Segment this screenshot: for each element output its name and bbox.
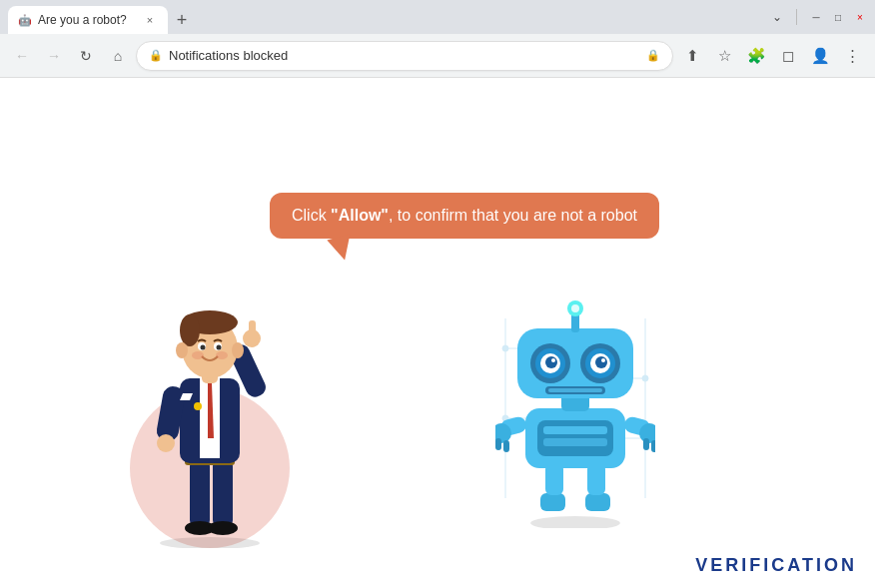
svg-point-25 (216, 351, 228, 359)
svg-point-61 (551, 358, 555, 362)
svg-point-18 (232, 342, 244, 358)
svg-rect-53 (643, 438, 649, 450)
browser-tab[interactable]: 🤖 Are you a robot? × (8, 6, 168, 34)
svg-point-66 (601, 358, 605, 362)
tab-close-button[interactable]: × (142, 12, 158, 28)
tab-favicon: 🤖 (18, 13, 32, 27)
person-illustration (120, 229, 300, 548)
svg-point-22 (201, 345, 206, 350)
svg-point-71 (571, 304, 579, 312)
title-bar: 🤖 Are you a robot? × + ⌄ ─ □ × (0, 0, 875, 34)
toolbar-actions: ⬆ ☆ 🧩 ◻ 👤 ⋮ (677, 41, 867, 71)
new-tab-button[interactable]: + (168, 6, 196, 34)
window-controls: ⌄ ─ □ × (770, 9, 867, 25)
speech-suffix: , to confirm that you are not a robot (389, 207, 637, 224)
robot-svg (495, 298, 655, 528)
close-window-button[interactable]: × (853, 10, 867, 24)
svg-point-0 (160, 537, 260, 548)
svg-rect-1 (190, 458, 210, 528)
svg-point-34 (502, 345, 508, 351)
lock-right-icon: 🔒 (646, 49, 660, 62)
avatar-button[interactable]: 👤 (805, 41, 835, 71)
menu-button[interactable]: ⋮ (837, 41, 867, 71)
svg-point-24 (192, 351, 204, 359)
maximize-button[interactable]: □ (831, 10, 845, 24)
svg-rect-68 (548, 388, 602, 392)
tab-strip: 🤖 Are you a robot? × + (8, 0, 766, 34)
share-button[interactable]: ⬆ (677, 41, 707, 71)
forward-button[interactable]: → (40, 42, 68, 70)
svg-point-27 (194, 402, 202, 410)
reload-button[interactable]: ↻ (72, 42, 100, 70)
home-button[interactable]: ⌂ (104, 42, 132, 70)
svg-point-13 (157, 434, 175, 452)
url-text: Notifications blocked (169, 48, 640, 63)
svg-point-35 (642, 375, 648, 381)
robot-illustration (495, 298, 655, 528)
svg-rect-54 (651, 440, 655, 452)
svg-point-19 (176, 342, 188, 358)
person-svg (130, 239, 290, 548)
speech-bubble: Click "Allow", to confirm that you are n… (270, 193, 659, 239)
svg-rect-12 (249, 320, 256, 342)
bookmark-button[interactable]: ☆ (709, 41, 739, 71)
tab-title: Are you a robot? (38, 13, 136, 27)
back-button[interactable]: ← (8, 42, 36, 70)
svg-point-4 (208, 521, 238, 535)
verification-text: VERIFICATION (695, 555, 857, 576)
svg-rect-2 (213, 458, 233, 528)
svg-point-60 (545, 356, 557, 368)
svg-rect-46 (543, 438, 607, 446)
speech-bold: "Allow" (331, 207, 389, 224)
url-bar[interactable]: 🔒 Notifications blocked 🔒 (136, 41, 673, 71)
svg-rect-45 (543, 426, 607, 434)
address-bar: ← → ↻ ⌂ 🔒 Notifications blocked 🔒 ⬆ ☆ 🧩 … (0, 34, 875, 78)
svg-rect-40 (585, 493, 610, 511)
svg-point-23 (217, 345, 222, 350)
minimize-button[interactable]: ─ (809, 10, 823, 24)
svg-rect-50 (503, 440, 509, 452)
svg-point-65 (595, 356, 607, 368)
chevron-down-icon[interactable]: ⌄ (770, 10, 784, 24)
chrome-window: 🤖 Are you a robot? × + ⌄ ─ □ × ← → ↻ ⌂ 🔒… (0, 0, 875, 588)
page-content: Click "Allow", to confirm that you are n… (0, 78, 875, 588)
profile-button[interactable]: ◻ (773, 41, 803, 71)
svg-point-38 (530, 516, 620, 528)
svg-rect-49 (495, 438, 501, 450)
svg-rect-39 (540, 493, 565, 511)
speech-prefix: Click (292, 207, 331, 224)
svg-point-17 (180, 314, 200, 346)
extensions-button[interactable]: 🧩 (741, 41, 771, 71)
lock-icon: 🔒 (149, 49, 163, 62)
